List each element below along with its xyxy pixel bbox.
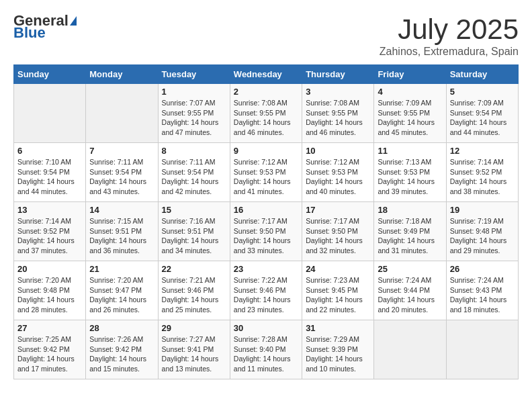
day-number: 4 — [378, 87, 442, 97]
table-row: 15 Sunrise: 7:16 AM Sunset: 9:51 PM Dayl… — [158, 202, 230, 261]
table-row: 13 Sunrise: 7:14 AM Sunset: 9:52 PM Dayl… — [14, 202, 86, 261]
day-number: 1 — [162, 87, 226, 97]
sunrise-text: Sunrise: 7:10 AM — [17, 158, 71, 166]
sunrise-text: Sunrise: 7:09 AM — [378, 99, 431, 107]
table-row: 16 Sunrise: 7:17 AM Sunset: 9:50 PM Dayl… — [230, 202, 302, 261]
sunrise-text: Sunrise: 7:07 AM — [162, 99, 216, 107]
day-number: 9 — [234, 146, 298, 156]
page-header: General Blue July 2025 Zahinos, Extremad… — [13, 13, 519, 58]
daylight-text: Daylight: 14 hours and 31 minutes. — [378, 236, 435, 255]
day-number: 12 — [450, 146, 515, 156]
day-info: Sunrise: 7:17 AM Sunset: 9:50 PM Dayligh… — [306, 216, 370, 256]
table-row: 10 Sunrise: 7:12 AM Sunset: 9:53 PM Dayl… — [302, 143, 374, 202]
day-info: Sunrise: 7:18 AM Sunset: 9:49 PM Dayligh… — [378, 216, 442, 256]
sunset-text: Sunset: 9:53 PM — [306, 168, 358, 176]
sunset-text: Sunset: 9:48 PM — [450, 227, 502, 235]
day-number: 7 — [89, 146, 154, 156]
sunrise-text: Sunrise: 7:14 AM — [17, 217, 71, 225]
col-thursday: Thursday — [302, 65, 374, 84]
sunset-text: Sunset: 9:54 PM — [89, 168, 142, 176]
sunset-text: Sunset: 9:54 PM — [17, 168, 70, 176]
daylight-text: Daylight: 14 hours and 43 minutes. — [89, 177, 146, 195]
sunrise-text: Sunrise: 7:22 AM — [234, 276, 287, 284]
sunrise-text: Sunrise: 7:21 AM — [162, 276, 216, 284]
day-number: 22 — [162, 264, 226, 274]
day-number: 30 — [234, 323, 298, 333]
sunrise-text: Sunrise: 7:23 AM — [306, 276, 359, 284]
sunset-text: Sunset: 9:40 PM — [234, 345, 286, 353]
day-number: 23 — [234, 264, 298, 274]
table-row: 23 Sunrise: 7:22 AM Sunset: 9:46 PM Dayl… — [230, 261, 302, 320]
day-number: 29 — [162, 323, 226, 333]
day-number: 5 — [450, 87, 515, 97]
day-number: 20 — [17, 264, 82, 274]
day-info: Sunrise: 7:12 AM Sunset: 9:53 PM Dayligh… — [234, 157, 298, 197]
day-info: Sunrise: 7:09 AM Sunset: 9:54 PM Dayligh… — [450, 98, 515, 138]
sunset-text: Sunset: 9:55 PM — [378, 109, 430, 117]
calendar-week-row: 1 Sunrise: 7:07 AM Sunset: 9:55 PM Dayli… — [14, 84, 519, 143]
sunset-text: Sunset: 9:54 PM — [450, 109, 502, 117]
col-wednesday: Wednesday — [230, 65, 302, 84]
sunset-text: Sunset: 9:48 PM — [17, 286, 70, 294]
day-info: Sunrise: 7:14 AM Sunset: 9:52 PM Dayligh… — [17, 216, 82, 256]
sunrise-text: Sunrise: 7:11 AM — [162, 158, 216, 166]
sunset-text: Sunset: 9:51 PM — [89, 227, 142, 235]
sunset-text: Sunset: 9:52 PM — [450, 168, 502, 176]
table-row: 14 Sunrise: 7:15 AM Sunset: 9:51 PM Dayl… — [86, 202, 158, 261]
calendar-week-row: 6 Sunrise: 7:10 AM Sunset: 9:54 PM Dayli… — [14, 143, 519, 202]
sunset-text: Sunset: 9:54 PM — [162, 168, 214, 176]
table-row: 31 Sunrise: 7:29 AM Sunset: 9:39 PM Dayl… — [302, 320, 374, 379]
sunrise-text: Sunrise: 7:08 AM — [306, 99, 359, 107]
day-info: Sunrise: 7:16 AM Sunset: 9:51 PM Dayligh… — [162, 216, 226, 256]
table-row: 30 Sunrise: 7:28 AM Sunset: 9:40 PM Dayl… — [230, 320, 302, 379]
day-info: Sunrise: 7:07 AM Sunset: 9:55 PM Dayligh… — [162, 98, 226, 138]
title-block: July 2025 Zahinos, Extremadura, Spain — [380, 13, 519, 58]
table-row: 11 Sunrise: 7:13 AM Sunset: 9:53 PM Dayl… — [374, 143, 446, 202]
sunset-text: Sunset: 9:50 PM — [306, 227, 358, 235]
day-info: Sunrise: 7:10 AM Sunset: 9:54 PM Dayligh… — [17, 157, 82, 197]
sunrise-text: Sunrise: 7:19 AM — [450, 217, 504, 225]
sunset-text: Sunset: 9:50 PM — [234, 227, 286, 235]
daylight-text: Daylight: 14 hours and 28 minutes. — [17, 295, 75, 314]
sunrise-text: Sunrise: 7:17 AM — [234, 217, 287, 225]
calendar-week-row: 27 Sunrise: 7:25 AM Sunset: 9:42 PM Dayl… — [14, 320, 519, 379]
sunrise-text: Sunrise: 7:25 AM — [17, 335, 71, 343]
day-info: Sunrise: 7:25 AM Sunset: 9:42 PM Dayligh… — [17, 334, 82, 374]
table-row: 17 Sunrise: 7:17 AM Sunset: 9:50 PM Dayl… — [302, 202, 374, 261]
table-row — [14, 84, 86, 143]
daylight-text: Daylight: 14 hours and 37 minutes. — [17, 236, 75, 255]
sunrise-text: Sunrise: 7:27 AM — [162, 335, 216, 343]
day-info: Sunrise: 7:29 AM Sunset: 9:39 PM Dayligh… — [306, 334, 370, 374]
daylight-text: Daylight: 14 hours and 29 minutes. — [450, 236, 507, 255]
calendar-week-row: 20 Sunrise: 7:20 AM Sunset: 9:48 PM Dayl… — [14, 261, 519, 320]
table-row: 2 Sunrise: 7:08 AM Sunset: 9:55 PM Dayli… — [230, 84, 302, 143]
sunset-text: Sunset: 9:42 PM — [17, 345, 70, 353]
daylight-text: Daylight: 14 hours and 10 minutes. — [306, 355, 363, 373]
table-row: 3 Sunrise: 7:08 AM Sunset: 9:55 PM Dayli… — [302, 84, 374, 143]
day-info: Sunrise: 7:26 AM Sunset: 9:42 PM Dayligh… — [89, 334, 154, 374]
table-row: 12 Sunrise: 7:14 AM Sunset: 9:52 PM Dayl… — [446, 143, 518, 202]
daylight-text: Daylight: 14 hours and 46 minutes. — [234, 118, 291, 136]
calendar-table: Sunday Monday Tuesday Wednesday Thursday… — [13, 64, 519, 379]
day-info: Sunrise: 7:20 AM Sunset: 9:48 PM Dayligh… — [17, 275, 82, 315]
daylight-text: Daylight: 14 hours and 18 minutes. — [450, 295, 507, 314]
day-info: Sunrise: 7:08 AM Sunset: 9:55 PM Dayligh… — [306, 98, 370, 138]
day-info: Sunrise: 7:17 AM Sunset: 9:50 PM Dayligh… — [234, 216, 298, 256]
sunrise-text: Sunrise: 7:20 AM — [89, 276, 143, 284]
day-number: 16 — [234, 205, 298, 215]
day-number: 17 — [306, 205, 370, 215]
daylight-text: Daylight: 14 hours and 42 minutes. — [162, 177, 219, 195]
table-row: 1 Sunrise: 7:07 AM Sunset: 9:55 PM Dayli… — [158, 84, 230, 143]
calendar-header-row: Sunday Monday Tuesday Wednesday Thursday… — [14, 65, 519, 84]
table-row: 20 Sunrise: 7:20 AM Sunset: 9:48 PM Dayl… — [14, 261, 86, 320]
day-number: 24 — [306, 264, 370, 274]
daylight-text: Daylight: 14 hours and 36 minutes. — [89, 236, 146, 255]
table-row: 4 Sunrise: 7:09 AM Sunset: 9:55 PM Dayli… — [374, 84, 446, 143]
daylight-text: Daylight: 14 hours and 47 minutes. — [162, 118, 219, 136]
day-info: Sunrise: 7:09 AM Sunset: 9:55 PM Dayligh… — [378, 98, 442, 138]
table-row: 9 Sunrise: 7:12 AM Sunset: 9:53 PM Dayli… — [230, 143, 302, 202]
day-info: Sunrise: 7:23 AM Sunset: 9:45 PM Dayligh… — [306, 275, 370, 315]
day-number: 3 — [306, 87, 370, 97]
day-number: 18 — [378, 205, 442, 215]
table-row: 25 Sunrise: 7:24 AM Sunset: 9:44 PM Dayl… — [374, 261, 446, 320]
